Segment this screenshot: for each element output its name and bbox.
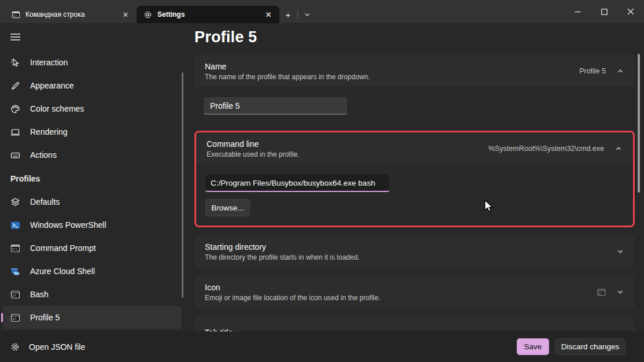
name-expander: Name The name of the profile that appear…	[194, 55, 635, 124]
powershell-icon	[10, 220, 20, 230]
nav-menu-button[interactable]	[0, 23, 185, 51]
sidebar-item-azure-cloud-shell[interactable]: Azure Cloud Shell	[0, 260, 185, 283]
setting-title: Starting directory	[205, 242, 359, 252]
browse-button[interactable]: Browse...	[205, 199, 250, 216]
divider	[297, 10, 298, 19]
sidebar-item-color-schemes[interactable]: Color schemes	[0, 97, 185, 120]
discard-changes-button[interactable]: Discard changes	[555, 338, 625, 355]
tab-close-icon[interactable]: ✕	[263, 9, 274, 20]
sidebar-item-command-prompt[interactable]: C:\_ Command Prompt	[0, 237, 185, 260]
sidebar-item-label: Profile 5	[30, 313, 60, 322]
sidebar-item-label: Command Prompt	[30, 243, 96, 253]
sidebar-item-rendering[interactable]: Rendering	[0, 120, 185, 143]
footer-actions: Save Discard changes	[517, 338, 625, 355]
layers-icon	[10, 197, 20, 207]
settings-content: Profile 5 Name The name of the profile t…	[185, 23, 644, 362]
setting-title: Name	[205, 62, 370, 71]
chevron-down-icon	[303, 10, 311, 19]
tab-command-prompt[interactable]: C:\ Командная строка ✕	[5, 6, 137, 23]
keyboard-icon	[10, 150, 20, 160]
maximize-button[interactable]	[591, 0, 617, 23]
sidebar-item-interaction[interactable]: Interaction	[0, 51, 185, 74]
setting-description: The name of the profile that appears in …	[205, 73, 370, 81]
open-json-file-label: Open JSON file	[29, 342, 85, 352]
content-scrollbar[interactable]	[638, 54, 640, 193]
tab-settings[interactable]: Settings ✕	[137, 6, 279, 23]
bottom-bar: Open JSON file Save Discard changes	[0, 331, 644, 362]
sidebar-item-label: Interaction	[30, 58, 68, 67]
paintbrush-icon	[10, 81, 20, 91]
setting-title: Icon	[205, 283, 381, 292]
starting-directory-header[interactable]: Starting directory The directory the pro…	[194, 235, 635, 268]
svg-text:c:\: c:\	[12, 316, 16, 320]
gear-icon	[10, 342, 20, 352]
hamburger-icon	[10, 33, 20, 41]
starting-directory-expander: Starting directory The directory the pro…	[194, 235, 635, 268]
command-line-input[interactable]	[205, 175, 389, 192]
sidebar-item-label: Color schemes	[30, 104, 84, 113]
page-title: Profile 5	[194, 28, 635, 46]
gear-icon	[143, 10, 152, 19]
save-button[interactable]: Save	[517, 338, 549, 355]
name-expander-body	[194, 87, 635, 124]
minimize-button[interactable]	[564, 0, 591, 23]
tab-label: Командная строка	[25, 10, 115, 19]
titlebar: C:\ Командная строка ✕ Settings ✕ +	[0, 0, 644, 23]
cmd-icon: c:\	[597, 288, 606, 297]
sidebar-item-appearance[interactable]: Appearance	[0, 74, 185, 97]
console-icon: c:\	[10, 313, 20, 323]
setting-title: Command line	[207, 139, 300, 149]
sidebar-item-label: Appearance	[30, 81, 74, 90]
tab-close-icon[interactable]: ✕	[120, 9, 131, 20]
command-line-expander: Command line Executable used in the prof…	[194, 131, 635, 227]
chevron-up-icon	[614, 145, 623, 153]
open-json-file-button[interactable]: Open JSON file	[0, 342, 85, 352]
sidebar-item-label: Azure Cloud Shell	[30, 267, 95, 276]
sidebar-item-label: Actions	[30, 150, 57, 160]
tab-dropdown-button[interactable]	[299, 6, 316, 23]
chevron-down-icon	[616, 248, 624, 256]
profile-name-input[interactable]	[204, 97, 347, 114]
svg-text:c:\: c:\	[599, 291, 602, 294]
monitor-icon	[10, 127, 20, 137]
sidebar-item-label: Rendering	[30, 127, 68, 136]
setting-description: Emoji or image file location of the icon…	[205, 294, 381, 302]
sidebar-scrollbar[interactable]	[182, 72, 183, 298]
name-expander-header[interactable]: Name The name of the profile that appear…	[194, 55, 635, 87]
cmd-icon: C:\_	[10, 243, 20, 253]
sidebar-item-bash[interactable]: c:\ Bash	[0, 283, 185, 306]
profiles-section-header: Profiles	[0, 170, 185, 187]
new-tab-button[interactable]: +	[279, 6, 297, 23]
console-icon: c:\	[10, 290, 20, 300]
setting-current-value: %SystemRoot%\System32\cmd.exe	[488, 145, 604, 153]
svg-text:c:\: c:\	[12, 293, 16, 297]
interaction-cursor-icon	[10, 58, 20, 68]
sidebar-item-defaults[interactable]: Defaults	[0, 190, 185, 213]
sidebar: Interaction Appearance Color schemes	[0, 23, 185, 362]
sidebar-item-label: Defaults	[30, 197, 60, 206]
tab-label: Settings	[157, 10, 258, 19]
azure-cloud-icon	[10, 267, 20, 276]
close-button[interactable]	[617, 0, 644, 23]
command-line-expander-header[interactable]: Command line Executable used in the prof…	[196, 132, 633, 165]
main-area: Interaction Appearance Color schemes	[0, 23, 644, 362]
maximize-icon	[601, 9, 608, 15]
icon-expander: Icon Emoji or image file location of the…	[194, 276, 635, 308]
sidebar-item-windows-powershell[interactable]: Windows PowerShell	[0, 213, 185, 237]
window-controls	[564, 0, 644, 23]
sidebar-item-profile-5[interactable]: c:\ Profile 5	[3, 306, 182, 329]
sidebar-item-label: Windows PowerShell	[30, 220, 106, 230]
setting-description: The directory the profile starts in when…	[205, 253, 359, 261]
sidebar-item-actions[interactable]: Actions	[0, 143, 185, 167]
palette-icon	[10, 104, 20, 114]
cmd-icon: C:\	[12, 10, 20, 19]
close-icon	[627, 8, 634, 15]
setting-current-value: Profile 5	[579, 67, 606, 75]
profiles-list: Defaults Windows PowerShell	[0, 190, 185, 329]
setting-description: Executable used in the profile.	[207, 150, 300, 158]
sidebar-item-label: Bash	[30, 290, 49, 299]
icon-expander-header[interactable]: Icon Emoji or image file location of the…	[194, 276, 635, 308]
svg-text:C:\: C:\	[13, 13, 18, 17]
chevron-down-icon	[616, 288, 624, 296]
chevron-up-icon	[616, 67, 624, 75]
